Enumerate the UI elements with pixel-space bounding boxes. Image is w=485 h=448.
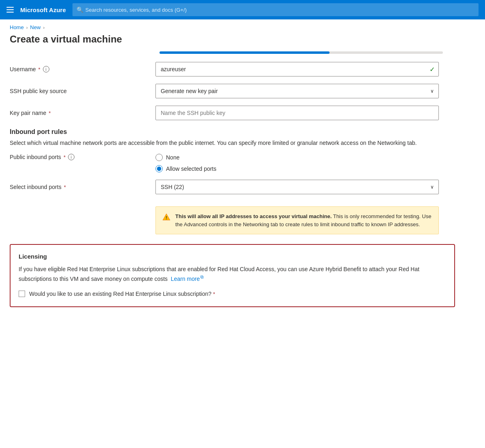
main-content: Username * i ✓ SSH public key source Gen… xyxy=(0,51,466,317)
svg-rect-2 xyxy=(6,12,14,13)
public-ports-control: None Allow selected ports xyxy=(155,154,439,172)
licensing-question-row: Would you like to use an existing Red Ha… xyxy=(19,290,446,298)
licensing-title: Licensing xyxy=(19,253,446,260)
warning-bold: This will allow all IP addresses to acce… xyxy=(175,213,332,219)
learn-more-link[interactable]: Learn more⧉ xyxy=(171,276,204,282)
key-pair-input[interactable] xyxy=(155,106,439,120)
radio-allow-input[interactable] xyxy=(155,165,163,172)
radio-allow[interactable]: Allow selected ports xyxy=(155,165,439,172)
external-link-icon: ⧉ xyxy=(200,274,204,279)
licensing-checkbox[interactable] xyxy=(19,291,25,297)
public-ports-radio-group: None Allow selected ports xyxy=(155,154,439,172)
key-pair-control xyxy=(155,106,439,120)
svg-rect-0 xyxy=(6,7,14,8)
ssh-source-control: Generate new key pair Use existing key s… xyxy=(155,84,439,98)
search-input[interactable] xyxy=(72,3,479,16)
ssh-source-label: SSH public key source xyxy=(10,88,155,94)
warning-text: This will allow all IP addresses to acce… xyxy=(175,212,432,228)
select-ports-required: * xyxy=(64,184,66,190)
search-wrapper: 🔍 xyxy=(72,3,479,16)
breadcrumb-sep-2: › xyxy=(43,25,45,30)
inbound-rules-desc: Select which virtual machine network por… xyxy=(10,139,435,147)
radio-allow-label: Allow selected ports xyxy=(166,166,217,172)
username-control: ✓ xyxy=(155,62,439,76)
licensing-box: Licensing If you have eligible Red Hat E… xyxy=(10,244,455,307)
breadcrumb-home[interactable]: Home xyxy=(10,24,24,30)
brand-name: Microsoft Azure xyxy=(20,6,66,13)
progress-bar-bg xyxy=(160,51,443,54)
public-ports-label: Public inbound ports * i xyxy=(10,154,155,160)
username-input-wrapper: ✓ xyxy=(155,62,439,76)
svg-rect-1 xyxy=(6,9,14,10)
radio-none-input[interactable] xyxy=(155,154,163,161)
key-pair-row: Key pair name * xyxy=(10,106,456,120)
hamburger-icon[interactable] xyxy=(6,7,14,13)
progress-bar-area xyxy=(10,51,456,54)
licensing-question: Would you like to use an existing Red Ha… xyxy=(29,290,215,298)
warning-box: ! This will allow all IP addresses to ac… xyxy=(155,206,439,234)
breadcrumb: Home › New › xyxy=(0,19,485,32)
username-info-icon[interactable]: i xyxy=(43,66,49,72)
radio-none-label: None xyxy=(166,154,179,161)
breadcrumb-sep-1: › xyxy=(26,25,28,30)
warning-control: ! This will allow all IP addresses to ac… xyxy=(155,202,439,234)
select-ports-control: SSH (22) HTTP (80) HTTPS (443) RDP (3389… xyxy=(155,180,439,194)
licensing-desc: If you have eligible Red Hat Enterprise … xyxy=(19,265,446,283)
public-ports-info-icon[interactable]: i xyxy=(68,154,74,160)
username-input[interactable] xyxy=(155,62,439,76)
ssh-source-row: SSH public key source Generate new key p… xyxy=(10,84,456,98)
username-row: Username * i ✓ xyxy=(10,62,456,76)
licensing-desc-text: If you have eligible Red Hat Enterprise … xyxy=(19,266,419,282)
inbound-rules-section: Inbound port rules Select which virtual … xyxy=(10,128,456,234)
page-title: Create a virtual machine xyxy=(0,32,485,51)
progress-bar-fill xyxy=(160,51,330,54)
select-ports-wrapper: SSH (22) HTTP (80) HTTPS (443) RDP (3389… xyxy=(155,180,439,194)
username-required: * xyxy=(38,66,40,72)
radio-none[interactable]: None xyxy=(155,154,439,161)
select-ports-label: Select inbound ports * xyxy=(10,184,155,190)
ssh-source-select[interactable]: Generate new key pair Use existing key s… xyxy=(155,84,439,98)
public-ports-row: Public inbound ports * i None Allow sele… xyxy=(10,154,456,172)
warning-row: ! This will allow all IP addresses to ac… xyxy=(10,202,456,234)
licensing-required: * xyxy=(213,291,215,297)
key-pair-label: Key pair name * xyxy=(10,110,155,116)
ssh-source-select-wrapper: Generate new key pair Use existing key s… xyxy=(155,84,439,98)
breadcrumb-new[interactable]: New xyxy=(30,24,40,30)
select-ports-select[interactable]: SSH (22) HTTP (80) HTTPS (443) RDP (3389… xyxy=(155,180,439,194)
public-ports-required: * xyxy=(64,154,66,160)
svg-text:!: ! xyxy=(166,215,167,220)
username-label: Username * i xyxy=(10,66,155,72)
inbound-rules-heading: Inbound port rules xyxy=(10,128,456,136)
username-check-icon: ✓ xyxy=(430,66,435,73)
topbar: Microsoft Azure 🔍 xyxy=(0,0,485,19)
key-pair-required: * xyxy=(49,110,51,116)
select-ports-row: Select inbound ports * SSH (22) HTTP (80… xyxy=(10,180,456,194)
warning-icon: ! xyxy=(162,213,170,223)
